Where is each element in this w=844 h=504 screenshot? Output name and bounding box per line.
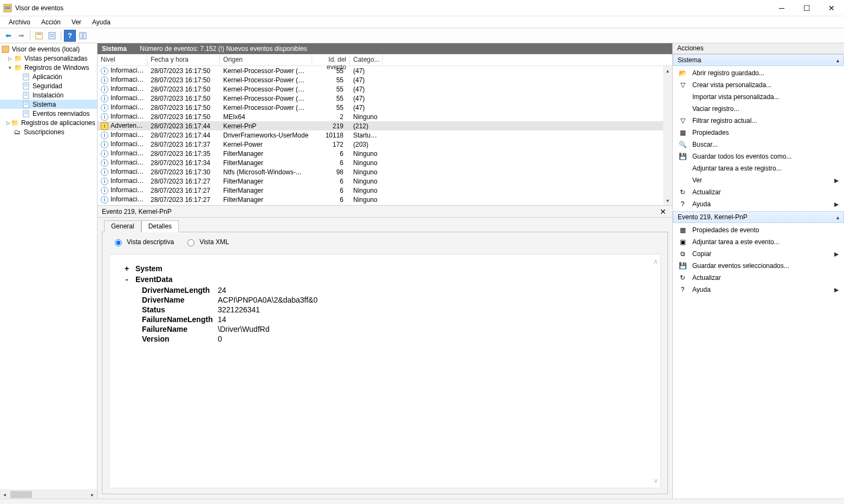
- collapse-icon[interactable]: ▾: [7, 64, 13, 71]
- tree-seguridad[interactable]: Seguridad: [0, 81, 97, 90]
- node-system[interactable]: + System: [124, 264, 651, 273]
- event-row[interactable]: iInformación28/07/2023 16:17:50Kernel-Pr…: [98, 75, 672, 84]
- details-content[interactable]: + System - EventData DriverNameLength24D…: [109, 254, 661, 488]
- event-row[interactable]: !Advertencia28/07/2023 16:17:44Kernel-Pn…: [98, 121, 672, 130]
- event-grid[interactable]: Nivel Fecha y hora Origen Id. del evento…: [98, 54, 672, 206]
- tab-general[interactable]: General: [104, 220, 141, 232]
- panes-button[interactable]: [77, 30, 89, 42]
- nav-tree[interactable]: Visor de eventos (local) ▷ 📁 Vistas pers…: [0, 43, 97, 489]
- folder-icon: 📁: [14, 54, 22, 63]
- details-title: Evento 219, Kernel-PnP: [102, 208, 172, 215]
- col-category[interactable]: Catego...: [350, 54, 382, 66]
- action-item[interactable]: 💾Guardar eventos seleccionados...: [673, 260, 844, 272]
- properties-button[interactable]: [46, 30, 58, 42]
- event-row[interactable]: iInformación28/07/2023 16:17:50Kernel-Pr…: [98, 103, 672, 112]
- close-button[interactable]: ✕: [819, 0, 844, 16]
- tree-regapp[interactable]: ▷ 📁 Registros de aplicaciones y servicio…: [0, 118, 97, 127]
- col-date[interactable]: Fecha y hora: [147, 54, 220, 66]
- menu-ayuda[interactable]: Ayuda: [88, 17, 115, 27]
- radio-xml[interactable]: Vista XML: [185, 238, 229, 246]
- maximize-button[interactable]: ☐: [794, 0, 819, 16]
- back-button[interactable]: ⬅: [2, 30, 14, 42]
- minimize-button[interactable]: ─: [769, 0, 794, 16]
- info-icon: i: [101, 150, 108, 158]
- event-row[interactable]: iInformación28/07/2023 16:17:44DriverFra…: [98, 130, 672, 140]
- collapse-icon[interactable]: ▴: [836, 57, 839, 63]
- event-row[interactable]: iInformación28/07/2023 16:17:27FilterMan…: [98, 176, 672, 186]
- event-row[interactable]: iInformación28/07/2023 16:17:34FilterMan…: [98, 158, 672, 167]
- scroll-left-icon[interactable]: ◂: [0, 490, 9, 499]
- col-eventid[interactable]: Id. del evento: [312, 54, 350, 66]
- help-button[interactable]: ?: [64, 30, 76, 42]
- tree-regwin[interactable]: ▾ 📁 Registros de Windows: [0, 63, 97, 72]
- action-item[interactable]: ?Ayuda▶: [673, 198, 844, 210]
- action-item[interactable]: Importar vista personalizada...: [673, 91, 844, 103]
- event-row[interactable]: iInformación28/07/2023 16:17:37Kernel-Po…: [98, 140, 672, 149]
- action-label: Adjuntar tarea a este evento...: [692, 238, 780, 246]
- action-item[interactable]: Adjuntar tarea a este registro...: [673, 162, 844, 174]
- action-item[interactable]: ↻Actualizar: [673, 186, 844, 198]
- tree-suscripciones[interactable]: 🗂 Suscripciones: [0, 127, 97, 136]
- expand-icon[interactable]: +: [124, 264, 130, 273]
- event-row[interactable]: iInformación28/07/2023 16:17:50Kernel-Pr…: [98, 66, 672, 75]
- collapse-icon[interactable]: ▴: [836, 214, 839, 220]
- expand-icon[interactable]: ▷: [7, 55, 13, 62]
- tree-instalacion[interactable]: Instalación: [0, 90, 97, 100]
- menu-ver[interactable]: Ver: [67, 17, 86, 27]
- log-icon: [22, 82, 30, 90]
- event-row[interactable]: iInformación28/07/2023 16:17:50Kernel-Pr…: [98, 94, 672, 103]
- col-source[interactable]: Origen: [220, 54, 312, 66]
- action-icon: ?: [678, 200, 687, 208]
- col-level[interactable]: Nivel: [98, 54, 147, 66]
- info-icon: i: [101, 196, 108, 204]
- eventviewer-icon: [1, 45, 10, 54]
- details-close-button[interactable]: ✕: [658, 207, 668, 217]
- actions-section-sistema[interactable]: Sistema ▴: [673, 54, 844, 66]
- scroll-down-icon[interactable]: ▾: [663, 196, 672, 205]
- action-item[interactable]: ▣Adjuntar tarea a este evento...: [673, 236, 844, 248]
- grid-header[interactable]: Nivel Fecha y hora Origen Id. del evento…: [98, 54, 672, 66]
- tree-vistas[interactable]: ▷ 📁 Vistas personalizadas: [0, 54, 97, 63]
- event-row[interactable]: iInformación28/07/2023 16:17:27FilterMan…: [98, 195, 672, 204]
- event-row[interactable]: iInformación28/07/2023 16:17:30Ntfs (Mic…: [98, 167, 672, 176]
- tree-hscrollbar[interactable]: ◂ ▸: [0, 489, 97, 499]
- forward-button[interactable]: ➡: [15, 30, 27, 42]
- grid-body[interactable]: iInformación28/07/2023 16:17:50Kernel-Pr…: [98, 66, 672, 204]
- action-item[interactable]: 💾Guardar todos los eventos como...: [673, 150, 844, 162]
- scroll-up-icon[interactable]: ▴: [663, 66, 672, 75]
- event-row[interactable]: iInformación28/07/2023 16:17:50Kernel-Pr…: [98, 84, 672, 94]
- chevron-right-icon: ▶: [834, 286, 839, 293]
- show-tree-button[interactable]: [33, 30, 45, 42]
- action-item[interactable]: ⧉Copiar▶: [673, 248, 844, 260]
- tree-sistema[interactable]: Sistema: [0, 100, 97, 109]
- action-item[interactable]: 📂Abrir registro guardado...: [673, 67, 844, 79]
- actions-section-event[interactable]: Evento 219, Kernel-PnP ▴: [673, 211, 844, 223]
- node-eventdata[interactable]: - EventData DriverNameLength24DriverName…: [124, 275, 651, 343]
- radio-xml-input[interactable]: [187, 239, 194, 246]
- menu-archivo[interactable]: Archivo: [4, 17, 35, 27]
- action-item[interactable]: Vaciar registro...: [673, 103, 844, 115]
- tree-aplicacion[interactable]: Aplicación: [0, 72, 97, 81]
- action-item[interactable]: ▽Filtrar registro actual...: [673, 115, 844, 127]
- action-item[interactable]: ?Ayuda▶: [673, 284, 844, 296]
- event-row[interactable]: iInformación28/07/2023 16:17:27FilterMan…: [98, 186, 672, 195]
- radio-descriptive-input[interactable]: [115, 239, 122, 246]
- action-icon: ▣: [678, 238, 687, 246]
- action-item[interactable]: ▦Propiedades de evento: [673, 224, 844, 236]
- action-item[interactable]: ▦Propiedades: [673, 127, 844, 139]
- radio-descriptive[interactable]: Vista descriptiva: [112, 238, 174, 246]
- action-item[interactable]: Ver▶: [673, 174, 844, 186]
- event-row[interactable]: iInformación28/07/2023 16:17:50MEIx642Ni…: [98, 112, 672, 121]
- tab-detalles[interactable]: Detalles: [141, 220, 179, 232]
- scroll-right-icon[interactable]: ▸: [88, 490, 97, 499]
- event-row[interactable]: iInformación28/07/2023 16:17:35FilterMan…: [98, 149, 672, 158]
- tree-root[interactable]: Visor de eventos (local): [0, 44, 97, 54]
- collapse-icon[interactable]: -: [124, 275, 130, 284]
- action-item[interactable]: ↻Actualizar: [673, 272, 844, 284]
- tree-reenviados[interactable]: Eventos reenviados: [0, 109, 97, 118]
- action-item[interactable]: ▽Crear vista personalizada...: [673, 79, 844, 91]
- action-item[interactable]: 🔍Buscar...: [673, 139, 844, 150]
- expand-icon[interactable]: ▷: [7, 120, 10, 126]
- grid-vscrollbar[interactable]: ▴ ▾: [663, 66, 672, 205]
- menu-accion[interactable]: Acción: [37, 17, 65, 27]
